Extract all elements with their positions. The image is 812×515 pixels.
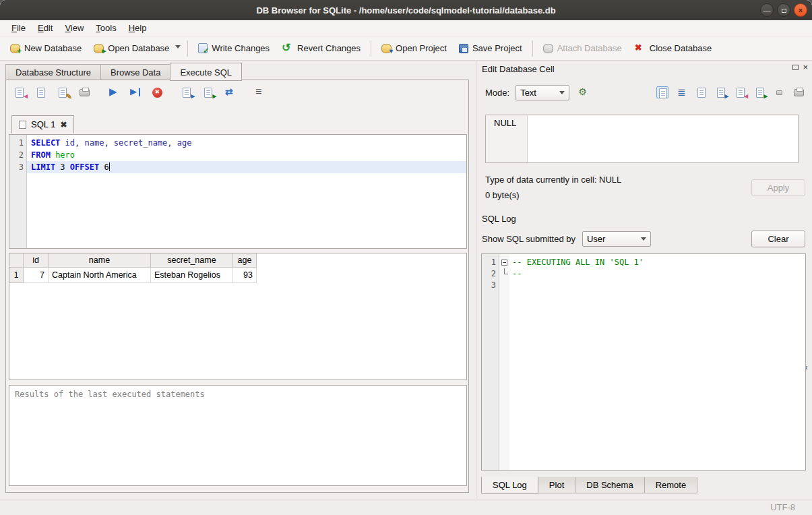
open-project-button[interactable]: Open Project <box>375 40 453 57</box>
cell-name[interactable]: Captain North America <box>49 268 151 283</box>
copy-cell-icon[interactable] <box>695 86 708 98</box>
close-database-button[interactable]: Close Database <box>628 40 718 57</box>
open-database-dropdown[interactable] <box>175 45 183 51</box>
chevron-down-icon <box>559 91 565 94</box>
minimize-button[interactable]: — <box>760 3 774 17</box>
print-cell-icon[interactable] <box>793 86 805 98</box>
sql-line-1: SELECT id, name, secret_name, age <box>27 137 466 149</box>
sql-line-2: FROM hero <box>27 149 466 161</box>
save-sql-file-icon[interactable] <box>36 87 48 98</box>
cell-value-editor[interactable]: NULL <box>485 115 799 163</box>
sql-log-title: SQL Log <box>482 214 516 224</box>
cell-age[interactable]: 93 <box>233 268 257 283</box>
submitted-by-select[interactable]: User <box>582 231 651 247</box>
float-dock-icon[interactable] <box>792 65 799 70</box>
sql-editor[interactable]: 1 2 3 SELECT id, name, secret_name, age … <box>9 134 467 249</box>
main-tab-bar: Database Structure Browse Data Execute S… <box>5 62 242 80</box>
sql-file-tab[interactable]: SQL 1 ✖ <box>11 115 74 133</box>
save-sql-as-icon[interactable] <box>57 87 69 98</box>
edit-cell-title: Edit Database Cell <box>482 64 555 74</box>
write-changes-button[interactable]: Write Changes <box>192 40 276 57</box>
open-database-icon <box>94 44 104 53</box>
edit-cell-toolbar: Mode: Text <box>485 84 805 101</box>
mode-label: Mode: <box>485 88 509 98</box>
menu-edit[interactable]: Edit <box>32 21 59 35</box>
revert-changes-button[interactable]: Revert Changes <box>276 40 367 57</box>
clear-log-button[interactable]: Clear <box>751 231 805 247</box>
tab-execute-sql[interactable]: Execute SQL <box>170 63 242 81</box>
text-mode-icon[interactable] <box>656 86 668 98</box>
fold-connector <box>504 268 508 274</box>
text-cursor <box>109 162 110 171</box>
mode-select[interactable]: Text <box>516 85 569 100</box>
cell-type-info: Type of data currently in cell: NULL <box>485 175 621 185</box>
log-line-gutter: 1 2 3 <box>482 254 499 470</box>
encoding-indicator: UTF-8 <box>770 502 795 512</box>
new-database-button[interactable]: New Database <box>4 40 88 57</box>
line-number: 3 <box>482 280 496 291</box>
line-number: 1 <box>9 137 24 149</box>
maximize-icon <box>782 9 786 13</box>
close-dock-icon[interactable]: × <box>803 64 808 71</box>
filter-label: Show SQL submitted by <box>482 234 575 244</box>
cell-value: NULL <box>486 115 528 162</box>
column-header-id[interactable]: id <box>24 253 49 268</box>
menu-tools[interactable]: Tools <box>90 21 122 35</box>
open-sql-tab-icon[interactable] <box>203 87 215 98</box>
open-sql-file-icon[interactable] <box>14 87 26 98</box>
apply-button[interactable]: Apply <box>751 179 805 196</box>
line-number: 1 <box>482 257 496 268</box>
open-project-icon <box>381 44 392 53</box>
column-header-name[interactable]: name <box>49 253 151 268</box>
write-changes-icon <box>198 43 208 53</box>
import-cell-icon[interactable] <box>735 86 747 98</box>
open-database-button[interactable]: Open Database <box>88 40 175 57</box>
save-cell-icon[interactable] <box>715 86 727 98</box>
table-row[interactable]: 1 7 Captain North America Esteban Rogeli… <box>9 268 257 283</box>
stop-icon[interactable] <box>152 87 164 98</box>
revert-changes-icon <box>282 43 293 54</box>
tab-browse-data[interactable]: Browse Data <box>100 64 170 80</box>
save-project-button[interactable]: Save Project <box>453 40 528 57</box>
close-sql-tab-icon[interactable]: ✖ <box>60 120 67 129</box>
tab-plot[interactable]: Plot <box>538 477 575 493</box>
menu-bar: File Edit View Tools Help <box>0 20 812 36</box>
execute-sql-panel: SQL 1 ✖ 1 2 3 SELECT id, name, secret_na… <box>5 80 469 493</box>
tab-sql-log[interactable]: SQL Log <box>481 477 538 494</box>
find-replace-icon[interactable] <box>224 87 237 98</box>
chevron-down-icon <box>641 237 646 241</box>
execute-all-icon[interactable] <box>108 87 121 98</box>
tab-remote[interactable]: Remote <box>645 477 698 493</box>
sql-log-editor[interactable]: 1 2 3 -- EXECUTING ALL IN 'SQL 1' -- <box>481 253 806 471</box>
save-project-icon <box>459 44 468 53</box>
results-grid[interactable]: id name secret_name age 1 7 Captain Nort… <box>9 253 467 380</box>
main-toolbar: New Database Open Database Write Changes… <box>0 36 812 61</box>
new-sql-tab-icon[interactable] <box>181 87 193 98</box>
log-content: -- EXECUTING ALL IN 'SQL 1' -- <box>509 254 805 470</box>
tab-db-schema[interactable]: DB Schema <box>575 477 644 493</box>
set-null-icon[interactable] <box>774 86 786 98</box>
menu-view[interactable]: View <box>59 21 90 35</box>
execute-current-line-icon[interactable] <box>130 87 142 98</box>
cell-secret-name[interactable]: Esteban Rogelios <box>151 268 233 283</box>
format-sql-icon[interactable] <box>254 87 266 98</box>
line-number-gutter: 1 2 3 <box>9 135 27 248</box>
menu-file[interactable]: File <box>5 21 32 35</box>
menu-help[interactable]: Help <box>123 21 153 35</box>
column-header-age[interactable]: age <box>233 253 257 268</box>
fold-marker-icon[interactable] <box>501 260 507 266</box>
cell-id[interactable]: 7 <box>24 268 49 283</box>
print-icon[interactable] <box>79 87 91 98</box>
window-title: DB Browser for SQLite - /home/user/code/… <box>256 5 555 16</box>
maximize-button[interactable] <box>777 3 790 17</box>
export-cell-icon[interactable] <box>754 86 766 98</box>
indent-icon[interactable] <box>676 86 688 98</box>
import-data-icon[interactable] <box>577 86 590 98</box>
close-button[interactable]: × <box>794 3 807 17</box>
attach-database-icon <box>543 44 553 53</box>
column-header-secret-name[interactable]: secret_name <box>151 253 233 268</box>
sql-tab-bar: SQL 1 ✖ <box>11 115 74 133</box>
attach-database-button[interactable]: Attach Database <box>537 40 628 57</box>
title-bar: DB Browser for SQLite - /home/user/code/… <box>0 0 812 20</box>
tab-database-structure[interactable]: Database Structure <box>5 64 100 80</box>
